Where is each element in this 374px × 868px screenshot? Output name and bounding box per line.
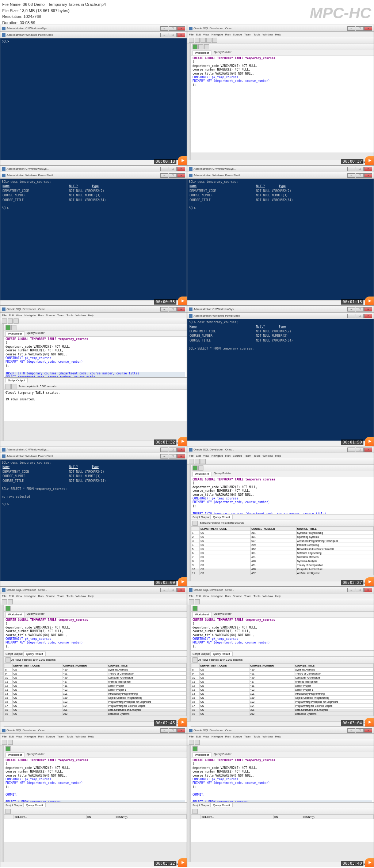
play-button[interactable]	[365, 297, 374, 305]
play-button[interactable]	[365, 437, 374, 446]
mpc-watermark: MPC-HC	[310, 1, 371, 24]
frame-7: Administrator: C:\Windows\Sys...–□× Admi…	[0, 446, 187, 586]
run-icon[interactable]	[5, 325, 11, 330]
table-row[interactable]: 8CS410Systems Analysis	[191, 559, 374, 563]
redo-icon[interactable]	[212, 38, 217, 43]
save-icon[interactable]	[201, 38, 206, 43]
play-button[interactable]	[178, 437, 187, 446]
new-icon[interactable]	[189, 38, 194, 43]
frame-5: Oracle SQL Developer : Orac...–□× FileEd…	[0, 306, 187, 446]
table-row[interactable]: 18CS301Data Structures and Analysis	[191, 708, 374, 712]
table-row[interactable]: 11CS437Artificial Intelligence	[191, 680, 374, 684]
table-row[interactable]: 12CS411Senior Project	[4, 684, 187, 688]
table-row[interactable]: 2CS321Operating Systems	[191, 535, 374, 539]
table-row[interactable]: 19CS212Database Systems	[4, 712, 187, 716]
table-row[interactable]: 9CS461Theory of Computation	[4, 672, 187, 676]
table-row[interactable]: 8CS410Systems Analysis	[4, 668, 187, 672]
table-row[interactable]: 9CS461Theory of Computation	[191, 672, 374, 676]
ps-icon	[2, 33, 5, 37]
terminal-body[interactable]: SQL> desc temporary_courses; NameNull?Ty…	[187, 319, 374, 441]
open-icon[interactable]	[195, 38, 200, 43]
play-button[interactable]	[178, 718, 187, 727]
play-button[interactable]	[178, 156, 187, 165]
table-row[interactable]: 4CS209Internet Computing	[191, 543, 374, 547]
table-row[interactable]: 19CS212Database Systems	[191, 712, 374, 716]
table-row[interactable]: 17CS104Programming for Science Majors	[191, 704, 374, 708]
terminal-body[interactable]: SQL> desc temporary_courses; NameNull?Ty…	[187, 179, 374, 300]
sql-editor[interactable]: CREATE GLOBAL TEMPORARY TABLE temporary_…	[191, 477, 374, 514]
table-row[interactable]: 15CS160Object-Oriented Programming	[4, 696, 187, 700]
table-row[interactable]: 3CS507Advanced Programming Techniques	[191, 539, 374, 543]
table-row[interactable]: 15CS160Object-Oriented Programming	[191, 696, 374, 700]
table-row[interactable]: 10CS420Computer Architecture	[4, 676, 187, 680]
menu-file[interactable]: File	[189, 33, 194, 36]
play-button[interactable]	[365, 156, 374, 165]
result-grid[interactable]: SELECT...CSCOUNT(*)	[4, 815, 187, 819]
sql-editor[interactable]: CREATE GLOBAL TEMPORARY TABLE temporary_…	[4, 337, 187, 377]
window-controls: –□×	[160, 26, 185, 31]
minimize-button[interactable]: –	[160, 26, 168, 31]
menu-source[interactable]: Source	[233, 33, 242, 36]
table-row[interactable]: 13CS402Senior Project 1	[191, 688, 374, 692]
titlebar: Administrator: C:\Windows\Sys...–□×	[0, 25, 187, 32]
play-button[interactable]	[365, 577, 374, 586]
table-row[interactable]: 12CS411Senior Project	[191, 684, 374, 688]
menu-window[interactable]: Window	[263, 33, 273, 36]
menu-bar: FileEditViewNavigateRunSourceTeamToolsWi…	[187, 32, 374, 37]
table-row[interactable]: 5CS352Networks and Network Protocols	[191, 547, 374, 551]
frame-11: Oracle SQL Developer : Orac...–□× FileEd…	[0, 727, 187, 867]
menu-view[interactable]: View	[203, 33, 209, 36]
inner-titlebar: Administrator: Windows PowerShell–□×	[0, 32, 187, 38]
worksheet-tab[interactable]: Worksheet	[192, 50, 211, 55]
script-output-tab[interactable]: Script Output	[5, 378, 28, 382]
table-row[interactable]: 16CS102Programming Principles for Engine…	[191, 700, 374, 704]
terminal-body[interactable]: SQL> desc temporary_courses; NameNull?Ty…	[0, 460, 187, 581]
table-row[interactable]: 14CS101Introductory Programming	[4, 692, 187, 696]
menu-tools[interactable]: Tools	[253, 33, 260, 36]
no-rows-message: no rows selected	[2, 495, 185, 499]
play-button[interactable]	[365, 858, 374, 867]
result-grid[interactable]: DEPARTMENT_CODECOURSE_NUMBERCOURSE_TITLE…	[191, 527, 374, 575]
table-row[interactable]: 13CS402Senior Project 1	[4, 688, 187, 692]
play-button[interactable]	[365, 718, 374, 727]
table-row[interactable]: 11CS437Artificial Intelligence	[4, 680, 187, 684]
table-row[interactable]: 7CS481Statistical Methods	[191, 555, 374, 559]
close-button[interactable]: ×	[177, 26, 185, 31]
sql-prompt: SQL>	[2, 40, 185, 44]
play-button[interactable]	[178, 577, 187, 586]
table-row[interactable]: 17CS104Programming for Science Majors	[4, 704, 187, 708]
menu-edit[interactable]: Edit	[196, 33, 201, 36]
menu-navigate[interactable]: Navigate	[211, 33, 223, 36]
table-row[interactable]: 10CS420Computer Architecture	[191, 676, 374, 680]
play-button[interactable]	[178, 297, 187, 305]
explain-icon[interactable]	[204, 44, 209, 49]
menu-team[interactable]: Team	[244, 33, 252, 36]
run-icon[interactable]	[192, 44, 198, 49]
result-grid[interactable]: DEPARTMENT_CODECOURSE_NUMBERCOURSE_TITLE…	[191, 663, 374, 716]
table-row[interactable]: 14CS101Introductory Programming	[191, 692, 374, 696]
frame-8: Oracle SQL Developer : Orac...–□× FileEd…	[187, 446, 374, 586]
table-row[interactable]: 16CS102Programming Principles for Engine…	[4, 700, 187, 704]
table-row[interactable]: 8CS410Systems Analysis	[191, 668, 374, 672]
menu-help[interactable]: Help	[275, 33, 281, 36]
result-grid[interactable]: DEPARTMENT_CODECOURSE_NUMBERCOURSE_TITLE…	[4, 663, 187, 716]
desc-command: SQL> desc temporary_courses;	[2, 180, 185, 184]
table-row[interactable]: 6CS301Software Engineering	[191, 551, 374, 555]
query-builder-tab[interactable]: Query Builder	[214, 50, 232, 55]
file-info-header: File Name: 06 03 Demo - Temporary Tables…	[0, 0, 374, 25]
terminal-body[interactable]: SQL> desc temporary_courses; NameNull?Ty…	[0, 179, 187, 300]
run-script-icon[interactable]	[198, 44, 203, 49]
timestamp: 00:00:18	[154, 159, 176, 164]
maximize-button[interactable]: □	[169, 26, 177, 31]
table-row[interactable]: 10CS420Computer Architecture	[191, 567, 374, 571]
table-row[interactable]: 11CS437Artificial Intelligence	[191, 571, 374, 575]
play-button[interactable]	[178, 858, 187, 867]
query-result-tab[interactable]: Query Result	[210, 515, 233, 519]
menu-run[interactable]: Run	[225, 33, 230, 36]
table-row[interactable]: 9CS461Theory of Computation	[191, 563, 374, 567]
table-row[interactable]: 1CS211Systems Programming	[191, 531, 374, 535]
terminal-body[interactable]: SQL>	[0, 38, 187, 160]
undo-icon[interactable]	[206, 38, 211, 43]
sql-editor[interactable]: CREATE GLOBAL TEMPORARY TABLE temporary_…	[191, 56, 374, 152]
table-row[interactable]: 18CS301Data Structures and Analysis	[4, 708, 187, 712]
